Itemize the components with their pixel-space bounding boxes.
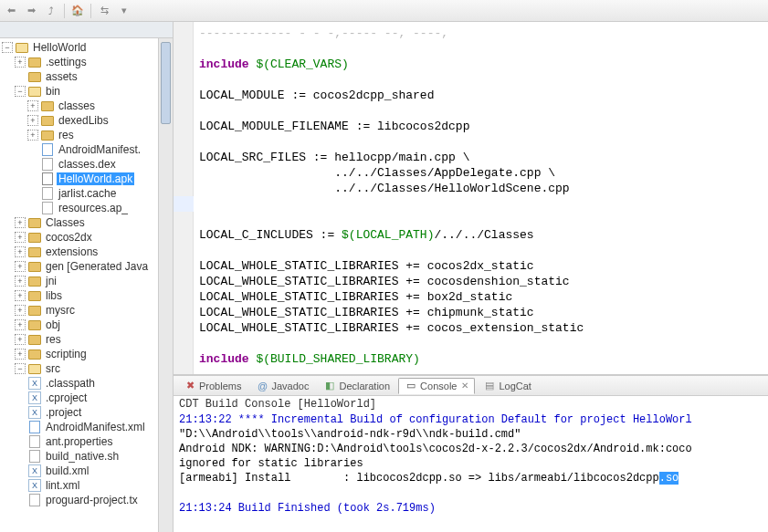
code-editor[interactable]: ------------- - - -,----- --, ----, incl… [194, 22, 768, 374]
tree-item[interactable]: +res [0, 128, 173, 142]
code-line: include $(CLEAR_VARS) [199, 57, 763, 72]
tab-declaration[interactable]: ◧Declaration [317, 378, 396, 394]
main-area: −HelloWorld +.settings assets −bin +clas… [0, 22, 768, 532]
tree-item[interactable]: +libs [0, 288, 173, 303]
expander-icon[interactable]: + [15, 290, 26, 301]
tree-item[interactable]: +extensions [0, 245, 173, 259]
tab-label: LogCat [499, 381, 531, 391]
home-icon[interactable]: 🏠 [70, 4, 85, 18]
file-icon [40, 186, 55, 201]
file-icon [40, 201, 55, 215]
expander-blank [15, 71, 26, 82]
tree-item[interactable]: proguard-project.tx [0, 493, 173, 507]
code-line: ../../Classes/HelloWorldScene.cpp [199, 181, 763, 196]
expander-icon[interactable]: + [15, 246, 26, 257]
code-blank [199, 41, 763, 57]
tree-label: AndroidManifest.xml [44, 421, 147, 433]
tree-item[interactable]: .project [0, 405, 173, 420]
expander-icon[interactable]: + [15, 57, 26, 68]
tree-item[interactable]: +classes [0, 99, 173, 113]
tree-item[interactable]: −bin [0, 84, 173, 99]
tree-item[interactable]: jarlist.cache [0, 186, 173, 201]
code-blank [199, 134, 763, 150]
tab-console[interactable]: ▭Console✕ [398, 378, 475, 394]
expander-icon[interactable]: + [15, 217, 26, 228]
expander-icon[interactable]: − [15, 363, 26, 374]
expander-icon[interactable]: − [15, 86, 26, 97]
tree-item[interactable]: +dexedLibs [0, 113, 173, 128]
tree-item[interactable]: assets [0, 69, 173, 84]
console-line: Android NDK: WARNING:D:\Android\tools\co… [179, 442, 763, 456]
expander-icon[interactable]: + [15, 276, 26, 287]
tree-item[interactable]: lint.xml [0, 478, 173, 493]
tree-item[interactable]: +mysrc [0, 303, 173, 318]
code-blank [199, 103, 763, 119]
console-view[interactable]: CDT Build Console [HelloWorld] 21:13:22 … [174, 395, 768, 532]
project-explorer: −HelloWorld +.settings assets −bin +clas… [0, 22, 174, 532]
main-toolbar: ⬅ ➡ ⤴ 🏠 ⇆ ▾ [0, 0, 768, 22]
tab-logcat[interactable]: ▤LogCat [477, 378, 537, 394]
code-line: LOCAL_WHOLE_STATIC_LIBRARIES += box2d_st… [199, 289, 763, 305]
tree-item[interactable]: +Classes [0, 215, 173, 230]
tab-javadoc[interactable]: @Javadoc [249, 378, 315, 394]
editor-view: ------------- - - -,----- --, ----, incl… [174, 22, 768, 375]
tree-label: Classes [44, 216, 87, 229]
tab-problems[interactable]: ✖Problems [177, 378, 247, 394]
tree-item[interactable]: +res [0, 332, 173, 347]
tree-item[interactable]: build_native.sh [0, 449, 173, 464]
tree-item[interactable]: build.xml [0, 464, 173, 478]
expander-icon[interactable]: + [27, 100, 38, 111]
collapse-icon[interactable]: ▾ [117, 4, 132, 18]
tree-root[interactable]: −HelloWorld [0, 40, 173, 55]
tree-label: AndroidManifest. [57, 143, 142, 156]
xml-file-icon [27, 405, 42, 420]
link-icon[interactable]: ⇆ [97, 4, 111, 18]
tree-item[interactable]: +.settings [0, 55, 173, 69]
tree-item[interactable]: .classpath [0, 376, 173, 391]
tree-item[interactable]: +cocos2dx [0, 230, 173, 245]
expander-icon[interactable]: + [27, 115, 38, 126]
tree-item[interactable]: +scripting [0, 347, 173, 361]
tree-item[interactable]: +gen [Generated Java [0, 259, 173, 274]
up-icon[interactable]: ⤴ [44, 4, 58, 18]
tree-item[interactable]: ant.properties [0, 434, 173, 449]
tree-item[interactable]: AndroidManifest. [0, 142, 173, 157]
xml-file-icon [40, 142, 55, 157]
expander-icon[interactable]: + [27, 130, 38, 141]
tree-label: dexedLibs [57, 114, 110, 127]
tree-item[interactable]: classes.dex [0, 157, 173, 172]
tree-label: proguard-project.tx [44, 494, 140, 506]
expander-icon[interactable]: + [15, 261, 26, 272]
tree-item[interactable]: +jni [0, 274, 173, 288]
expander-icon[interactable]: + [15, 334, 26, 345]
code-blank [199, 243, 763, 258]
tree-label: .settings [44, 56, 89, 68]
back-icon[interactable]: ⬅ [4, 4, 18, 18]
tree-item[interactable]: AndroidManifest.xml [0, 420, 173, 434]
expander-icon[interactable]: + [15, 232, 26, 243]
expander-icon[interactable]: + [15, 305, 26, 316]
tree-label: classes [57, 99, 97, 112]
close-icon[interactable]: ✕ [461, 381, 468, 391]
tree-item-selected[interactable]: HelloWorld.apk [0, 172, 173, 186]
expander-icon[interactable]: + [15, 349, 26, 360]
tab-label: Problems [199, 381, 241, 391]
bottom-tab-strip: ✖Problems @Javadoc ◧Declaration ▭Console… [174, 375, 768, 395]
toolbar-divider [64, 4, 65, 18]
tree-item[interactable]: resources.ap_ [0, 201, 173, 215]
forward-icon[interactable]: ➡ [24, 4, 38, 18]
tree-label: jni [44, 275, 58, 287]
code-line: include $(BUILD_SHARED_LIBRARY) [199, 351, 763, 367]
tree-item[interactable]: +obj [0, 318, 173, 332]
project-tree[interactable]: −HelloWorld +.settings assets −bin +clas… [0, 38, 173, 532]
tree-label: extensions [44, 245, 100, 258]
explorer-scrollbar[interactable] [158, 38, 173, 532]
scrollbar-thumb[interactable] [161, 42, 171, 124]
expander-icon[interactable]: + [15, 319, 26, 330]
tree-item[interactable]: −src [0, 361, 173, 376]
xml-file-icon [27, 376, 42, 391]
code-line: ------------- - - -,----- --, ----, [199, 26, 763, 41]
expander-icon[interactable]: − [2, 42, 13, 53]
file-icon [27, 493, 42, 507]
tree-item[interactable]: .cproject [0, 391, 173, 405]
